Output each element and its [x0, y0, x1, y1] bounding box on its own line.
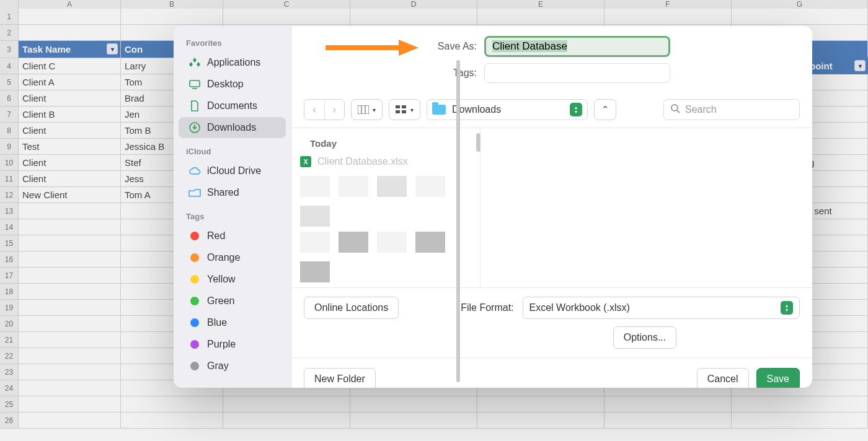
sidebar-tag-red[interactable]: Red	[179, 225, 286, 247]
svg-rect-3	[358, 105, 369, 114]
table-cell[interactable]: Client	[19, 90, 121, 106]
col-B[interactable]: B	[121, 0, 223, 9]
save-as-label: Save As:	[433, 41, 477, 52]
file-thumbnails	[291, 171, 480, 232]
chevron-up-icon: ⌃	[601, 104, 609, 115]
updown-icon: ▴▾	[570, 103, 582, 116]
forward-button[interactable]: ›	[324, 100, 344, 120]
file-browser: Today X Client Database.xlsx	[291, 128, 812, 287]
sidebar-tag-yellow[interactable]: Yellow	[179, 269, 286, 290]
header-task[interactable]: Task Name▾	[19, 41, 121, 58]
sidebar-item-downloads[interactable]: Downloads	[179, 117, 286, 138]
save-as-input[interactable]: Client Database	[484, 36, 670, 57]
cancel-button[interactable]: Cancel	[697, 368, 749, 388]
column-scrollbar[interactable]	[476, 133, 480, 152]
dialog-actions: New Folder Cancel Save	[291, 357, 812, 388]
svg-marker-13	[399, 40, 418, 56]
desktop-icon	[188, 78, 201, 90]
group-button[interactable]: ▾	[389, 99, 420, 120]
header-point[interactable]: point ▾	[806, 57, 868, 74]
annotation-arrow	[326, 38, 418, 57]
svg-point-10	[671, 105, 678, 111]
shared-icon	[188, 186, 201, 199]
sidebar-item-documents[interactable]: Documents	[179, 95, 286, 116]
location-label: Downloads	[452, 104, 564, 115]
col-F[interactable]: F	[604, 0, 732, 9]
sidebar-tag-green[interactable]: Green	[179, 290, 286, 312]
excel-icon: X	[300, 156, 311, 167]
location-popup[interactable]: Downloads ▴▾	[427, 99, 588, 120]
tag-dot-icon	[188, 295, 201, 307]
apps-icon	[188, 56, 201, 69]
file-format-label: File Format:	[461, 302, 513, 313]
sidebar-tag-blue[interactable]: Blue	[179, 312, 286, 333]
chevron-down-icon: ▾	[410, 107, 414, 113]
sidebar-item-label: Orange	[207, 252, 240, 263]
tags-label: Tags:	[433, 68, 477, 79]
file-row[interactable]: X Client Database.xlsx	[291, 152, 480, 171]
sidebar-item-label: Red	[207, 230, 225, 242]
view-columns-button[interactable]: ▾	[351, 99, 383, 120]
options-button[interactable]: Options...	[613, 326, 676, 349]
sidebar-item-label: iCloud Drive	[207, 165, 261, 177]
sidebar-item-label: Purple	[207, 339, 236, 350]
tag-dot-icon	[188, 317, 201, 329]
columns-icon	[358, 105, 369, 114]
svg-rect-0	[190, 81, 200, 87]
sidebar-section-tags: Tags	[174, 208, 291, 225]
dialog-main: Save As: Client Database Tags: ‹ › ▾ ▾	[291, 26, 812, 388]
browser-column-1: Today X Client Database.xlsx	[291, 128, 480, 287]
col-C[interactable]: C	[223, 0, 350, 9]
sidebar-scrollbar[interactable]	[456, 60, 460, 382]
svg-rect-9	[402, 110, 406, 113]
file-thumbnails-2	[291, 232, 480, 287]
sidebar-item-applications[interactable]: Applications	[179, 52, 286, 73]
sidebar-tag-orange[interactable]: Orange	[179, 247, 286, 268]
sidebar-tag-purple[interactable]: Purple	[179, 334, 286, 355]
online-locations-button[interactable]: Online Locations	[304, 297, 399, 319]
save-button[interactable]: Save	[756, 368, 800, 388]
table-cell[interactable]: Client	[19, 171, 121, 186]
back-button[interactable]: ‹	[304, 100, 324, 120]
file-format-value: Excel Workbook (.xlsx)	[529, 302, 630, 313]
new-folder-button[interactable]: New Folder	[304, 368, 376, 388]
tag-dot-icon	[188, 230, 201, 242]
finder-sidebar: Favorites ApplicationsDesktopDocumentsDo…	[174, 26, 291, 388]
tag-dot-icon	[188, 273, 201, 286]
filter-icon[interactable]: ▾	[854, 60, 866, 71]
col-A[interactable]: A	[19, 0, 121, 9]
sidebar-item-label: Gray	[207, 360, 229, 372]
sidebar-section-favorites: Favorites	[174, 35, 291, 51]
tags-input[interactable]	[484, 63, 670, 83]
collapse-button[interactable]: ⌃	[594, 99, 616, 120]
updown-icon: ▴▾	[781, 301, 793, 315]
sidebar-item-label: Blue	[207, 317, 227, 328]
col-D[interactable]: D	[350, 0, 477, 9]
table-cell[interactable]: Client	[19, 155, 121, 170]
sidebar-item-icloud-drive[interactable]: iCloud Drive	[179, 160, 286, 181]
grid-icon	[396, 105, 407, 114]
col-G[interactable]: G	[732, 0, 868, 9]
table-cell[interactable]: Client A	[19, 74, 121, 90]
column-headers: A B C D E F G	[0, 0, 868, 9]
svg-rect-7	[402, 105, 406, 108]
sidebar-item-label: Shared	[207, 187, 239, 198]
svg-rect-8	[396, 110, 400, 113]
table-cell[interactable]: Client	[19, 123, 121, 138]
file-format-select[interactable]: Excel Workbook (.xlsx) ▴▾	[523, 297, 800, 319]
sidebar-tag-gray[interactable]: Gray	[179, 356, 286, 377]
col-E[interactable]: E	[477, 0, 604, 9]
sidebar-item-label: Desktop	[207, 79, 244, 90]
table-cell[interactable]: New Client	[19, 187, 121, 203]
table-cell[interactable]: Client C	[19, 58, 121, 74]
tag-dot-icon	[188, 360, 201, 372]
tag-dot-icon	[188, 251, 201, 264]
sidebar-item-shared[interactable]: Shared	[179, 182, 286, 203]
sidebar-item-desktop[interactable]: Desktop	[179, 74, 286, 95]
table-cell[interactable]: Client B	[19, 107, 121, 122]
table-cell[interactable]: Test	[19, 139, 121, 154]
search-input[interactable]: Search	[663, 99, 800, 120]
chevron-down-icon: ▾	[373, 107, 376, 113]
svg-line-11	[677, 110, 680, 113]
docs-icon	[188, 100, 201, 112]
